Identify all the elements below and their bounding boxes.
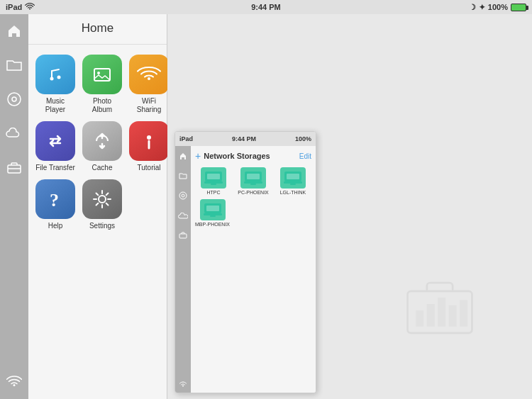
sidebar-item-cloud[interactable]	[4, 123, 24, 143]
overlay-sidebar-folder[interactable]	[177, 170, 189, 181]
overlay-sidebar	[175, 146, 191, 393]
app-item-wifi-sharing[interactable]: WiFi Sharing	[129, 55, 169, 114]
app-item-photo-album[interactable]: Photo Album	[82, 55, 122, 114]
mbp-phoenix-icon	[200, 199, 226, 220]
carrier-text: iPad	[6, 3, 22, 11]
overlay-time: 9:44 PM	[232, 135, 256, 142]
svg-rect-17	[460, 300, 467, 327]
pc-phoenix-label: PC-PHOENIX	[238, 190, 269, 195]
file-transfer-icon	[35, 121, 75, 161]
svg-point-4	[50, 77, 54, 81]
svg-rect-36	[206, 206, 219, 211]
svg-point-1	[12, 97, 16, 101]
overlay-network-header: + Network Storages Edit	[195, 150, 311, 162]
photo-album-label: Photo Album	[82, 97, 122, 114]
svg-rect-6	[94, 69, 110, 81]
svg-point-8	[147, 135, 151, 140]
cache-label: Cache	[92, 164, 113, 172]
overlay-sidebar-briefcase[interactable]	[177, 230, 189, 241]
sidebar-item-briefcase[interactable]	[4, 157, 24, 177]
svg-rect-14	[427, 304, 435, 327]
home-panel: Home Music Player	[28, 14, 167, 399]
status-right: ☽ ✦ 100%	[469, 3, 526, 12]
svg-rect-15	[438, 298, 445, 327]
svg-rect-35	[210, 215, 216, 217]
help-icon: ?	[35, 179, 75, 219]
svg-point-19	[182, 194, 184, 197]
svg-rect-22	[204, 181, 223, 184]
htpc-label: HTPC	[206, 190, 220, 195]
svg-rect-34	[204, 213, 222, 215]
help-label: Help	[48, 222, 63, 230]
mbp-phoenix-label: MBP-PHOENIX	[195, 222, 230, 227]
svg-rect-28	[247, 174, 260, 179]
app-item-music-player[interactable]: Music Player	[35, 55, 75, 114]
svg-text:?: ?	[50, 190, 59, 210]
svg-rect-13	[416, 310, 423, 327]
network-item-pc-phoenix[interactable]: PC-PHOENIX	[235, 167, 272, 195]
overlay-panel: iPad 9:44 PM 100%	[174, 131, 316, 393]
tutorial-icon	[129, 121, 169, 161]
svg-rect-16	[449, 305, 457, 327]
sidebar-item-folder[interactable]	[4, 55, 24, 75]
network-item-mbp-phoenix[interactable]: MBP-PHOENIX	[195, 199, 230, 227]
music-player-icon	[35, 55, 75, 94]
app-item-cache[interactable]: Cache	[82, 121, 122, 172]
status-bar: iPad 9:44 PM ☽ ✦ 100%	[0, 0, 532, 14]
svg-point-11	[99, 196, 106, 203]
sidebar-item-home[interactable]	[4, 21, 24, 41]
status-time: 9:44 PM	[251, 3, 281, 11]
svg-point-5	[57, 76, 61, 79]
app-grid: Music Player Photo Album	[28, 45, 167, 240]
svg-rect-24	[207, 174, 220, 179]
music-player-label: Music Player	[35, 97, 75, 114]
sidebar-item-wifi[interactable]	[4, 372, 24, 392]
wifi-sharing-icon	[129, 55, 169, 94]
overlay-sidebar-disk[interactable]	[177, 190, 189, 201]
settings-icon	[82, 179, 122, 219]
svg-rect-31	[290, 184, 296, 185]
network-item-lgl-think[interactable]: LGL-THINK	[275, 167, 311, 195]
sidebar-item-disk[interactable]	[4, 89, 24, 109]
chart-watermark	[404, 269, 475, 342]
pc-phoenix-icon	[240, 167, 266, 189]
htpc-icon	[201, 167, 226, 189]
photo-album-icon	[82, 55, 122, 94]
network-item-htpc[interactable]: HTPC	[195, 167, 232, 195]
overlay-add-button[interactable]: +	[195, 150, 201, 162]
app-item-help[interactable]: ? Help	[35, 179, 75, 230]
overlay-sidebar-home[interactable]	[177, 150, 189, 162]
overlay-sidebar-row: + Network Storages Edit	[175, 146, 316, 393]
moon-icon: ☽	[469, 3, 476, 12]
lgl-think-label: LGL-THINK	[280, 190, 306, 195]
svg-rect-32	[287, 174, 299, 179]
file-transfer-label: File Transfer	[35, 164, 75, 172]
svg-rect-20	[179, 234, 187, 238]
app-item-tutorial[interactable]: Tutorial	[129, 121, 169, 172]
svg-rect-27	[250, 184, 256, 185]
left-sidebar	[0, 14, 28, 399]
overlay-network-content: + Network Storages Edit	[191, 146, 316, 393]
overlay-network-title: Network Storages	[204, 152, 297, 160]
overlay-status-bar: iPad 9:44 PM 100%	[175, 132, 316, 146]
overlay-carrier: iPad	[179, 135, 193, 142]
network-storage-row1: HTPC PC-PHOENIX	[195, 167, 311, 195]
svg-point-7	[97, 72, 100, 74]
network-storage-row2: MBP-PHOENIX	[195, 199, 311, 227]
tutorial-label: Tutorial	[138, 164, 161, 172]
status-left: iPad	[6, 3, 35, 12]
app-item-file-transfer[interactable]: File Transfer	[35, 121, 75, 172]
svg-rect-26	[244, 181, 262, 184]
svg-point-18	[179, 192, 187, 199]
app-item-settings[interactable]: Settings	[82, 179, 122, 230]
svg-rect-23	[211, 184, 216, 185]
main-layout: Home Music Player	[0, 14, 532, 399]
overlay-edit-button[interactable]: Edit	[299, 152, 311, 160]
overlay-sidebar-wifi[interactable]	[177, 378, 189, 390]
home-panel-title: Home	[28, 14, 167, 45]
svg-point-0	[8, 93, 21, 106]
cache-icon	[82, 121, 122, 161]
overlay-sidebar-cloud[interactable]	[177, 210, 189, 221]
wifi-sharing-label: WiFi Sharing	[129, 97, 169, 114]
lgl-think-icon	[280, 167, 306, 189]
